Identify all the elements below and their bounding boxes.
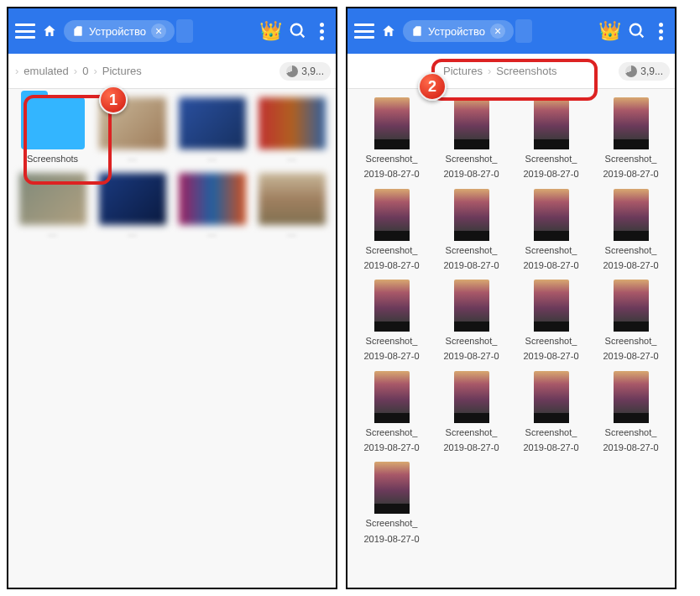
svg-line-1: [300, 34, 305, 38]
blurred-item[interactable]: —: [15, 173, 90, 240]
breadcrumb-row: › emulated › 0 › Pictures 3,9...: [8, 54, 336, 89]
breadcrumb-item[interactable]: emulated: [20, 65, 71, 77]
file-item[interactable]: Screenshot_2019-08-27-0: [514, 189, 588, 272]
blurred-item[interactable]: —: [175, 173, 249, 240]
blurred-item[interactable]: —: [254, 173, 329, 240]
thumbnail: [374, 462, 410, 514]
file-item[interactable]: Screenshot_2019-08-27-0: [354, 189, 429, 272]
file-date: 2019-08-27-0: [523, 350, 578, 362]
file-item[interactable]: Screenshot_2019-08-27-0: [354, 97, 429, 180]
file-item[interactable]: Screenshot_2019-08-27-0: [593, 189, 668, 272]
file-date: 2019-08-27-0: [443, 259, 499, 271]
file-name: Screenshot_: [605, 244, 657, 256]
crown-icon[interactable]: 👑: [598, 20, 621, 42]
home-icon[interactable]: [42, 24, 57, 39]
file-item[interactable]: Screenshot_2019-08-27-0: [514, 371, 588, 454]
file-item[interactable]: Screenshot_2019-08-27-0: [514, 97, 588, 180]
hamburger-icon[interactable]: [354, 24, 374, 39]
more-icon[interactable]: [314, 23, 329, 40]
file-date: 2019-08-27-0: [443, 168, 499, 180]
thumbnail: [374, 97, 410, 149]
thumbnail: [534, 371, 569, 423]
file-name: Screenshot_: [525, 426, 577, 438]
chevron-right-icon: ›: [91, 65, 98, 77]
file-date: 2019-08-27-0: [603, 259, 658, 271]
breadcrumb-item[interactable]: Pictures: [99, 65, 145, 77]
file-name: Screenshot_: [366, 244, 418, 256]
storage-text: 3,9...: [640, 65, 663, 77]
chevron-right-icon: ›: [13, 65, 20, 77]
file-item[interactable]: Screenshot_2019-08-27-0: [434, 371, 509, 454]
file-item[interactable]: Screenshot_2019-08-27-0: [354, 462, 429, 545]
thumbnail: [614, 189, 649, 241]
file-name: Screenshot_: [525, 335, 577, 347]
breadcrumb-item[interactable]: Screenshots: [493, 65, 560, 77]
tab-label: Устройство: [428, 25, 485, 38]
file-date: 2019-08-27-0: [363, 533, 419, 545]
sd-card-icon: [411, 25, 423, 37]
tab-label: Устройство: [89, 25, 146, 38]
file-name: Screenshot_: [366, 517, 418, 529]
thumbnail: [534, 189, 569, 241]
file-item[interactable]: Screenshot_2019-08-27-0: [593, 280, 668, 363]
blurred-item[interactable]: —: [175, 97, 249, 165]
svg-line-3: [640, 34, 644, 38]
tab-device[interactable]: Устройство ×: [64, 20, 175, 42]
file-name: Screenshot_: [366, 153, 418, 165]
file-date: 2019-08-27-0: [363, 442, 419, 453]
file-item[interactable]: Screenshot_2019-08-27-0: [514, 280, 588, 363]
breadcrumb-item[interactable]: 0: [79, 65, 91, 77]
breadcrumb-item[interactable]: Pictures: [440, 65, 486, 77]
thumbnail: [259, 173, 326, 225]
file-date: 2019-08-27-0: [523, 259, 578, 271]
svg-point-0: [291, 24, 302, 35]
add-tab[interactable]: [515, 19, 532, 43]
grid-area: Screenshots — — — — — — —: [8, 89, 336, 588]
file-item[interactable]: Screenshot_2019-08-27-0: [434, 189, 509, 272]
close-icon[interactable]: ×: [490, 24, 505, 39]
thumbnail: [614, 371, 649, 423]
search-icon[interactable]: [289, 22, 307, 40]
storage-text: 3,9...: [301, 65, 324, 77]
add-tab[interactable]: [176, 19, 193, 43]
thumbnail: [179, 173, 246, 225]
storage-badge[interactable]: 3,9...: [279, 62, 331, 81]
hamburger-icon[interactable]: [15, 24, 35, 39]
file-item[interactable]: Screenshot_2019-08-27-0: [354, 280, 429, 363]
file-date: 2019-08-27-0: [443, 442, 499, 453]
file-date: 2019-08-27-0: [363, 168, 419, 180]
file-name: Screenshot_: [446, 335, 498, 347]
grid-area: Screenshot_2019-08-27-0Screenshot_2019-0…: [347, 89, 675, 588]
more-icon[interactable]: [653, 23, 668, 40]
file-item[interactable]: Screenshot_2019-08-27-0: [593, 371, 668, 454]
thumbnail: [614, 280, 649, 332]
search-icon[interactable]: [628, 22, 646, 40]
storage-badge[interactable]: 3,9...: [619, 62, 670, 81]
file-name: Screenshot_: [605, 153, 657, 165]
file-item[interactable]: Screenshot_2019-08-27-0: [354, 371, 429, 454]
pie-chart-icon: [286, 65, 298, 77]
thumbnail: [99, 173, 166, 225]
crown-icon[interactable]: 👑: [259, 20, 282, 42]
close-icon[interactable]: ×: [151, 24, 166, 39]
thumbnail: [454, 280, 489, 332]
file-item[interactable]: Screenshot_2019-08-27-0: [434, 280, 509, 363]
thumbnail: [374, 371, 410, 423]
tab-device[interactable]: Устройство ×: [403, 20, 514, 42]
sd-card-icon: [72, 25, 84, 37]
home-icon[interactable]: [381, 24, 396, 39]
file-name: Screenshot_: [446, 426, 498, 438]
file-item[interactable]: Screenshot_2019-08-27-0: [593, 97, 668, 180]
file-date: 2019-08-27-0: [523, 168, 578, 180]
file-name: Screenshot_: [366, 426, 418, 438]
file-item[interactable]: Screenshot_2019-08-27-0: [434, 97, 509, 180]
thumbnail: [259, 97, 326, 149]
blurred-item[interactable]: —: [254, 97, 329, 165]
left-screen: Устройство × 👑 › emulated › 0 › Pictures…: [7, 7, 337, 589]
tab-region: Устройство ×: [403, 19, 592, 43]
folder-item[interactable]: Screenshots: [15, 97, 90, 165]
file-name: Screenshot_: [446, 153, 498, 165]
blurred-item[interactable]: —: [95, 173, 170, 240]
folder-icon: [21, 97, 85, 149]
blurred-item[interactable]: —: [95, 97, 170, 165]
